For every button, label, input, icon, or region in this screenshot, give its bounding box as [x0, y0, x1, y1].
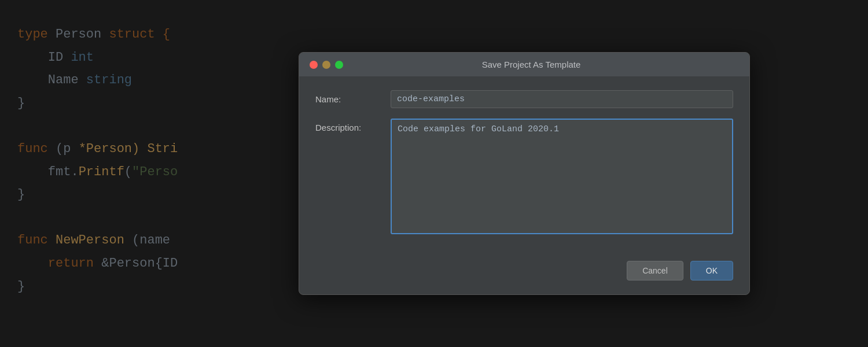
- dialog-titlebar: Save Project As Template: [299, 53, 749, 76]
- close-button[interactable]: [310, 61, 318, 69]
- minimize-button[interactable]: [322, 61, 330, 69]
- dialog-footer: Cancel OK: [299, 261, 749, 294]
- dialog-title: Save Project As Template: [348, 60, 715, 69]
- name-input[interactable]: [391, 90, 733, 108]
- ok-button[interactable]: OK: [690, 261, 733, 280]
- name-form-row: Name:: [315, 90, 733, 108]
- save-template-dialog: Save Project As Template Name: Descripti…: [299, 52, 750, 295]
- description-label: Description:: [315, 119, 391, 132]
- name-label: Name:: [315, 90, 391, 104]
- description-form-row: Description:: [315, 119, 733, 234]
- cancel-button[interactable]: Cancel: [627, 261, 683, 280]
- dialog-body: Name: Description:: [299, 76, 749, 261]
- description-textarea[interactable]: [391, 119, 733, 234]
- maximize-button[interactable]: [335, 61, 343, 69]
